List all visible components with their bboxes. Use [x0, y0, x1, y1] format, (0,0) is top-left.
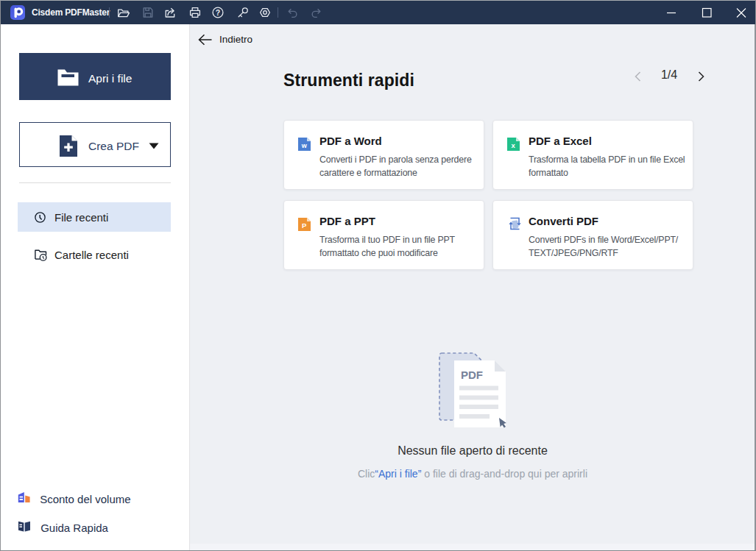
svg-text:x: x — [512, 141, 516, 149]
svg-text:P: P — [302, 221, 307, 230]
svg-text:w: w — [301, 142, 308, 149]
svg-text:?: ? — [216, 8, 220, 17]
svg-text:PDF: PDF — [461, 369, 483, 381]
